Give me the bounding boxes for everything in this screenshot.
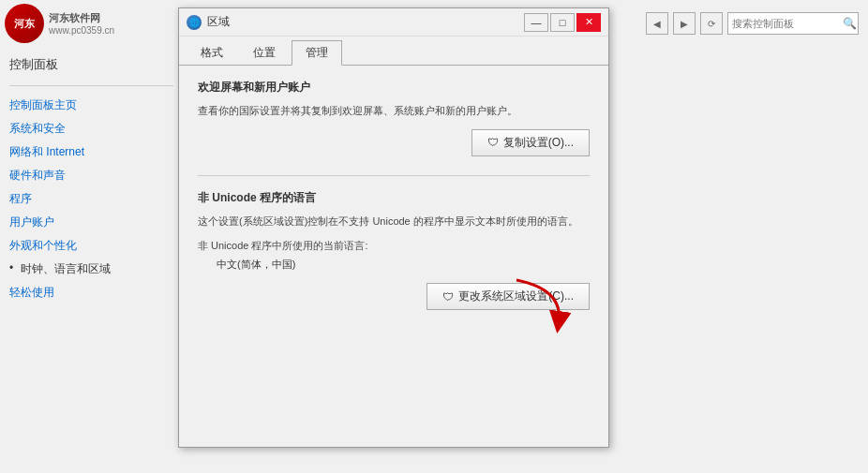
sidebar-item-easy-access[interactable]: 轻松使用: [9, 281, 173, 304]
change-shield-icon: 🛡: [442, 290, 454, 303]
search-icon[interactable]: 🔍: [841, 13, 858, 34]
forward-button[interactable]: ▶: [673, 12, 696, 35]
dialog-icon: 🌐: [187, 15, 202, 30]
logo-icon: 河东: [5, 4, 44, 43]
back-button[interactable]: ◀: [646, 12, 668, 35]
tab-location[interactable]: 位置: [239, 40, 290, 65]
change-system-locale-button[interactable]: 🛡 更改系统区域设置(C)...: [427, 283, 590, 310]
region-dialog: 🌐 区域 — □ ✕ 格式 位置 管理 欢迎屏幕和新用户账户 查看你的国际设置并…: [178, 7, 609, 448]
dialog-title-left: 🌐 区域: [187, 14, 230, 30]
current-lang-label: 非 Unicode 程序中所使用的当前语言:: [198, 239, 590, 253]
unicode-desc: 这个设置(系统区域设置)控制在不支持 Unicode 的程序中显示文本时所使用的…: [198, 214, 590, 230]
dialog-titlebar: 🌐 区域 — □ ✕: [179, 8, 608, 37]
watermark-url: www.pc0359.cn: [49, 25, 114, 36]
dialog-tabs: 格式 位置 管理: [179, 37, 608, 66]
welcome-desc: 查看你的国际设置并将其复制到欢迎屏幕、系统账户和新的用户账户。: [198, 103, 590, 120]
welcome-title: 欢迎屏幕和新用户账户: [198, 80, 590, 96]
search-input[interactable]: [728, 16, 841, 31]
logo-area: 河东 河东软件网 www.pc0359.cn: [0, 0, 173, 47]
copy-settings-label: 复制设置(O)...: [503, 135, 574, 151]
dialog-title: 区域: [207, 14, 230, 30]
unicode-section: 非 Unicode 程序的语言 这个设置(系统区域设置)控制在不支持 Unico…: [198, 190, 590, 311]
sidebar-item-network[interactable]: 网络和 Internet: [9, 140, 173, 164]
welcome-btn-container: 🛡 复制设置(O)...: [198, 129, 590, 156]
change-locale-label: 更改系统区域设置(C)...: [458, 288, 574, 304]
sidebar-item-appearance[interactable]: 外观和个性化: [9, 234, 173, 258]
unicode-title: 非 Unicode 程序的语言: [198, 190, 590, 206]
unicode-btn-container: 🛡 更改系统区域设置(C)...: [198, 283, 590, 310]
copy-settings-button[interactable]: 🛡 复制设置(O)...: [471, 129, 590, 156]
sidebar-item-system-security[interactable]: 系统和安全: [9, 117, 173, 140]
control-panel-sidebar: 控制面板 控制面板主页 系统和安全 网络和 Internet 硬件和声音 程序 …: [0, 0, 173, 473]
search-box: 🔍: [727, 12, 859, 35]
current-lang-value: 中文(简体，中国): [217, 258, 590, 272]
watermark-site: 河东软件网: [49, 11, 114, 25]
dialog-content: 欢迎屏幕和新用户账户 查看你的国际设置并将其复制到欢迎屏幕、系统账户和新的用户账…: [179, 66, 608, 447]
sidebar-item-hardware[interactable]: 硬件和声音: [9, 164, 173, 187]
sidebar-item-users[interactable]: 用户账户: [9, 211, 173, 234]
sidebar-title: 控制面板: [9, 52, 173, 78]
tab-admin[interactable]: 管理: [292, 40, 342, 66]
welcome-section: 欢迎屏幕和新用户账户 查看你的国际设置并将其复制到欢迎屏幕、系统账户和新的用户账…: [198, 80, 590, 156]
maximize-button[interactable]: □: [550, 13, 575, 32]
dialog-controls: — □ ✕: [524, 13, 601, 32]
refresh-button[interactable]: ⟳: [700, 12, 723, 35]
sidebar-item-programs[interactable]: 程序: [9, 187, 173, 211]
tab-format[interactable]: 格式: [187, 40, 237, 65]
copy-shield-icon: 🛡: [487, 136, 499, 149]
close-button[interactable]: ✕: [576, 13, 601, 32]
sidebar-item-clock-lang[interactable]: 时钟、语言和区域: [9, 258, 173, 281]
section-divider: [198, 175, 590, 176]
sidebar-item-home[interactable]: 控制面板主页: [9, 94, 173, 117]
minimize-button[interactable]: —: [524, 13, 548, 32]
